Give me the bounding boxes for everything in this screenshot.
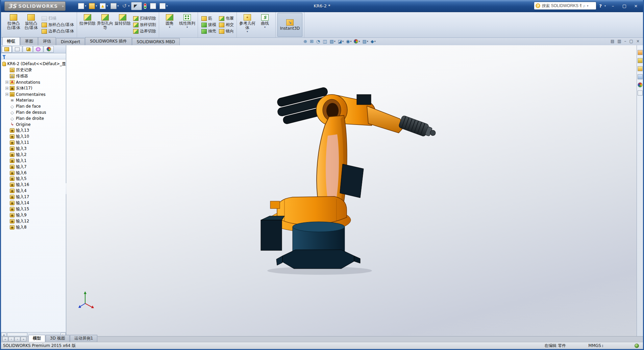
tree-item[interactable]: ◉ 输入4 [5, 188, 66, 194]
help-button[interactable]: ? [599, 3, 602, 8]
view-settings-button[interactable]: ◆ ▾ [370, 38, 376, 44]
propertymanager-tab[interactable] [12, 46, 22, 53]
open-button[interactable]: ▾ [88, 2, 98, 10]
tree-item[interactable]: ◉ 输入11 [5, 140, 66, 146]
appearances-scenes-tab[interactable] [638, 82, 643, 87]
dropdown-caret-icon[interactable]: ▾ [264, 26, 266, 29]
mirror-button[interactable]: 镜向 [218, 28, 235, 34]
doc-restore-button[interactable]: ▢ [629, 39, 633, 44]
zoom-area-button[interactable]: ⊞ [309, 38, 315, 44]
tab-features[interactable]: 特征 [2, 37, 20, 46]
tab-solidworks-mbd[interactable]: SOLIDWORKS MBD [132, 38, 180, 45]
help-dropdown-caret-icon[interactable]: ▾ [604, 4, 606, 7]
motion-study-tab[interactable]: 运动算例1 [70, 335, 98, 342]
tree-item[interactable]: ≡ Materiau [5, 97, 66, 103]
rib-button[interactable]: 筋 [200, 16, 217, 21]
tree-item[interactable]: ◇ Plan de face [5, 103, 66, 109]
configurationmanager-tab[interactable] [23, 46, 33, 53]
tree-item[interactable]: ◉ 输入17 [5, 194, 66, 200]
swept-cut-button[interactable]: 扫描切除 [132, 16, 157, 21]
help-search-box[interactable]: ? ⌕ ▾ [534, 2, 596, 10]
select-button[interactable]: ◤ ▾ [131, 2, 142, 10]
dropdown-caret-icon[interactable]: ▾ [85, 4, 86, 7]
dropdown-caret-icon[interactable]: ▾ [367, 40, 368, 43]
displaymanager-tab[interactable] [44, 46, 54, 53]
shell-button[interactable]: 抽壳 [200, 28, 217, 34]
tree-item[interactable]: ◉ 输入9 [5, 212, 66, 218]
reference-geometry-button[interactable]: ✦ 参考几何体 ▾ [239, 13, 256, 37]
tree-item[interactable]: ◉ 输入1 [5, 158, 66, 164]
tree-item[interactable]: ◉ 输入8 [5, 224, 66, 230]
dropdown-caret-icon[interactable]: ▾ [374, 40, 376, 43]
linear-pattern-button[interactable]: 线性阵列 ▾ [178, 13, 196, 37]
3d-views-tab[interactable]: 3D 视图 [46, 335, 70, 342]
draft-button[interactable]: 拔模 [200, 22, 217, 28]
tree-item[interactable]: ◉ 输入13 [5, 128, 66, 134]
tree-item[interactable]: ◉ 输入7 [5, 164, 66, 170]
dropdown-caret-icon[interactable]: ▾ [96, 4, 97, 7]
dropdown-caret-icon[interactable]: ▾ [358, 40, 360, 43]
solidworks-resources-tab[interactable] [638, 50, 643, 55]
revolved-cut-button[interactable]: 旋转切除 [114, 13, 131, 37]
swept-boss-base-button[interactable]: 扫描 [41, 16, 75, 21]
tree-item[interactable]: ◉ 输入10 [5, 134, 66, 140]
close-button[interactable]: × [631, 3, 640, 8]
dropdown-caret-icon[interactable]: ▾ [128, 4, 129, 7]
custom-properties-tab[interactable] [638, 90, 643, 96]
tree-item[interactable]: ◇ Plan de droite [5, 115, 66, 122]
menu-expand-chevron-icon[interactable]: ▸ [63, 4, 64, 8]
lofted-boss-base-button[interactable]: 放样凸台/基体 [41, 22, 75, 28]
fillet-button[interactable]: 圆角 ▾ [161, 13, 178, 37]
file-explorer-tab[interactable] [638, 66, 643, 71]
lofted-cut-button[interactable]: 放样切割 [132, 22, 157, 28]
boundary-cut-button[interactable]: 边界切除 [132, 28, 157, 34]
tab-solidworks-addins[interactable]: SOLIDWORKS 插件 [85, 37, 131, 45]
tree-item[interactable]: ◉ 输入2 [5, 152, 66, 158]
tree-item[interactable]: + ▤ Commentaires [5, 91, 66, 98]
restore-button[interactable]: ▢ [620, 3, 629, 8]
apply-scene-button[interactable]: ▨ ▾ [362, 38, 369, 44]
view-orientation-button[interactable]: ▧ ▾ [329, 38, 336, 44]
hole-wizard-button[interactable]: 异型孔向导 [96, 13, 114, 37]
dropdown-caret-icon[interactable]: ▾ [139, 4, 141, 7]
tree-expander[interactable]: + [5, 87, 8, 90]
wrap-button[interactable]: 包覆 [218, 16, 235, 21]
boundary-boss-base-button[interactable]: 边界凸台/基体 [41, 28, 75, 34]
revolved-boss-base-button[interactable]: 旋转凸台/基体 [22, 13, 40, 37]
search-input[interactable] [542, 3, 581, 8]
tree-item[interactable]: ◉ 输入15 [5, 206, 66, 212]
tree-item[interactable]: + A Annotations [5, 79, 66, 85]
curves-button[interactable]: S 曲线 ▾ [256, 13, 274, 37]
sheet-nav-button[interactable]: » [21, 337, 26, 342]
doc-minimize-button[interactable]: – [624, 39, 626, 44]
instant3d-button[interactable]: ↘ Instant3D [277, 13, 302, 37]
sheet-nav-button[interactable]: ‹ [8, 337, 14, 342]
dropdown-caret-icon[interactable]: ▾ [166, 4, 168, 7]
model-tab[interactable]: 模型 [28, 335, 45, 342]
tree-item[interactable]: ◷ 历史记录 [5, 67, 66, 73]
tile-windows-icon[interactable]: ▤ [611, 39, 614, 44]
robot-arm-model[interactable] [255, 85, 438, 277]
graphics-viewport[interactable] [66, 45, 637, 337]
quick-tips-icon[interactable] [635, 344, 639, 348]
tree-item[interactable]: ↳ Origine [5, 122, 66, 128]
undo-button[interactable]: ↺ ▾ [120, 2, 130, 10]
new-document-button[interactable]: ▾ [77, 2, 87, 10]
units-selector[interactable]: MMGS ▴▾ [588, 343, 603, 348]
doc-close-button[interactable]: × [636, 39, 640, 44]
previous-view-button[interactable]: ◔ [316, 38, 321, 44]
display-style-button[interactable]: ◪ ▾ [337, 38, 344, 44]
tab-evaluate[interactable]: 评估 [38, 37, 56, 45]
tree-expander[interactable]: + [5, 81, 8, 84]
sheet-nav-button[interactable]: « [2, 337, 8, 342]
sheet-nav-button[interactable]: › [15, 337, 20, 342]
zoom-fit-button[interactable]: ⊕ [303, 38, 308, 44]
options-button[interactable]: ▾ [158, 2, 169, 10]
make-drawing-button[interactable]: ▲ ▾ [99, 2, 109, 10]
tree-item[interactable]: ◉ 输入3 [5, 146, 66, 152]
dropdown-caret-icon[interactable]: ▾ [117, 4, 119, 7]
search-icon[interactable]: ⌕ [583, 3, 586, 9]
tree-item[interactable]: ◉ 输入6 [5, 170, 66, 176]
tab-sketch[interactable]: 草图 [20, 37, 38, 45]
cascade-windows-icon[interactable]: ▥ [617, 39, 621, 44]
